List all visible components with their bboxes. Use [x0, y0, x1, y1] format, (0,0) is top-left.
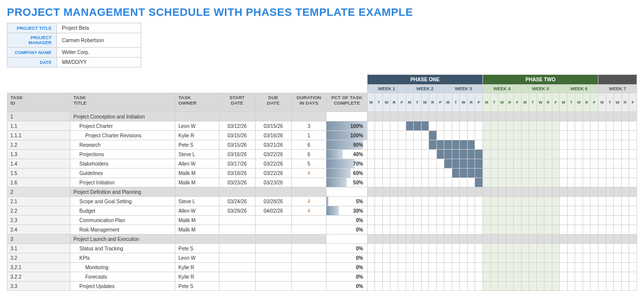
cell-due[interactable]: 03/21/26 — [255, 140, 291, 150]
meta-value-project-title[interactable]: Project Beta — [57, 23, 141, 33]
cell-task-title[interactable]: Stakeholders — [70, 159, 175, 169]
cell-owner[interactable]: Malik M — [175, 216, 219, 225]
cell-start[interactable]: 03/15/26 — [219, 140, 255, 150]
cell-task-title[interactable]: Budget — [70, 206, 175, 216]
cell-due[interactable] — [255, 282, 291, 291]
cell-due[interactable] — [255, 253, 291, 263]
cell-task-id[interactable]: 1.1.1 — [7, 131, 70, 140]
cell-due[interactable]: 03/22/26 — [255, 150, 291, 159]
cell-dur[interactable]: 3 — [291, 121, 326, 131]
cell-dur[interactable] — [291, 253, 326, 263]
cell-owner[interactable]: Pete S — [175, 140, 219, 150]
cell-due[interactable] — [255, 244, 291, 253]
cell-task-id[interactable]: 1.5 — [7, 169, 70, 178]
cell-due[interactable] — [255, 272, 291, 282]
cell-pct[interactable]: 0% — [326, 244, 368, 253]
task-row[interactable]: 3.1Status and TrackingPete S0% — [7, 244, 637, 253]
cell-task-id[interactable]: 2 — [7, 187, 70, 197]
cell-pct[interactable]: 100% — [326, 121, 368, 131]
cell-pct[interactable]: 0% — [326, 263, 368, 272]
section-row[interactable]: 1Project Conception and Initiation — [7, 112, 637, 121]
cell-start[interactable]: 03/24/26 — [219, 197, 255, 206]
cell-dur[interactable]: 4 — [291, 197, 326, 206]
cell-owner[interactable]: Malik M — [175, 178, 219, 187]
cell-start[interactable] — [219, 244, 255, 253]
task-row[interactable]: 2.1Scope and Goal SettingSteve L03/24/26… — [7, 197, 637, 206]
cell-due[interactable] — [255, 112, 291, 121]
cell-due[interactable]: 03/22/26 — [255, 159, 291, 169]
cell-task-id[interactable]: 3.2 — [7, 253, 70, 263]
cell-task-title[interactable]: Status and Tracking — [70, 244, 175, 253]
cell-pct[interactable] — [326, 187, 368, 197]
cell-owner[interactable]: Kylie R — [175, 263, 219, 272]
cell-pct[interactable]: 0% — [326, 225, 368, 234]
cell-dur[interactable]: 6 — [291, 140, 326, 150]
cell-start[interactable] — [219, 225, 255, 234]
cell-start[interactable] — [219, 282, 255, 291]
cell-start[interactable]: 03/23/26 — [219, 178, 255, 187]
cell-task-title[interactable]: Project Updates — [70, 282, 175, 291]
meta-value-date[interactable]: MM/DD/YY — [57, 58, 141, 67]
task-row[interactable]: 2.3Communication PlanMalik M0% — [7, 216, 637, 225]
task-row[interactable]: 1.2ResearchPete S03/15/2603/21/26690% — [7, 140, 637, 150]
cell-dur[interactable]: 4 — [291, 169, 326, 178]
cell-dur[interactable] — [291, 225, 326, 234]
cell-task-title[interactable]: KPIs — [70, 253, 175, 263]
cell-task-id[interactable]: 1.6 — [7, 178, 70, 187]
cell-pct[interactable]: 100% — [326, 131, 368, 140]
cell-pct[interactable]: 90% — [326, 140, 368, 150]
cell-dur[interactable] — [291, 282, 326, 291]
cell-start[interactable] — [219, 253, 255, 263]
cell-task-id[interactable]: 1.1 — [7, 121, 70, 131]
cell-due[interactable]: 03/22/26 — [255, 169, 291, 178]
cell-task-title[interactable]: Guidelines — [70, 169, 175, 178]
cell-start[interactable] — [219, 234, 255, 244]
cell-pct[interactable]: 0% — [326, 253, 368, 263]
cell-pct[interactable]: 30% — [326, 206, 368, 216]
cell-dur[interactable]: 6 — [291, 150, 326, 159]
cell-task-title[interactable]: Project Launch and Execution — [70, 234, 175, 244]
task-row[interactable]: 1.4StakeholdersAllen W03/17/2603/22/2657… — [7, 159, 637, 169]
cell-task-id[interactable]: 2.1 — [7, 197, 70, 206]
cell-pct[interactable]: 0% — [326, 282, 368, 291]
section-row[interactable]: 3Project Launch and Execution — [7, 234, 637, 244]
meta-value-project-manager[interactable]: Carmen Robertson — [57, 33, 141, 48]
cell-task-id[interactable]: 1.3 — [7, 150, 70, 159]
task-row[interactable]: 3.2.2ForecastsKylie R0% — [7, 272, 637, 282]
cell-owner[interactable]: Malik M — [175, 225, 219, 234]
meta-value-company-name[interactable]: Weller Corp. — [57, 48, 141, 58]
cell-owner[interactable]: Pete S — [175, 244, 219, 253]
cell-owner[interactable]: Leon W — [175, 253, 219, 263]
section-row[interactable]: 2Project Definition and Planning — [7, 187, 637, 197]
cell-due[interactable] — [255, 187, 291, 197]
cell-start[interactable]: 03/16/26 — [219, 150, 255, 159]
cell-task-title[interactable]: Project Conception and Initiation — [70, 112, 175, 121]
cell-dur[interactable] — [291, 244, 326, 253]
cell-task-title[interactable]: Monitoring — [70, 263, 175, 272]
cell-start[interactable]: 03/12/26 — [219, 121, 255, 131]
cell-due[interactable] — [255, 263, 291, 272]
task-row[interactable]: 3.3Project UpdatesPete S0% — [7, 282, 637, 291]
cell-due[interactable]: 03/28/26 — [255, 197, 291, 206]
cell-pct[interactable]: 50% — [326, 178, 368, 187]
cell-pct[interactable]: 60% — [326, 169, 368, 178]
cell-task-title[interactable]: Communication Plan — [70, 216, 175, 225]
cell-task-id[interactable]: 1.2 — [7, 140, 70, 150]
cell-start[interactable] — [219, 216, 255, 225]
cell-task-id[interactable]: 2.2 — [7, 206, 70, 216]
cell-owner[interactable]: Leon W — [175, 121, 219, 131]
cell-dur[interactable] — [291, 112, 326, 121]
cell-task-id[interactable]: 3.1 — [7, 244, 70, 253]
cell-dur[interactable]: 5 — [291, 159, 326, 169]
task-row[interactable]: 1.6Project InitiationMalik M03/23/2603/2… — [7, 178, 637, 187]
task-row[interactable]: 3.2KPIsLeon W0% — [7, 253, 637, 263]
cell-owner[interactable]: Kylie R — [175, 131, 219, 140]
cell-task-id[interactable]: 3.2.1 — [7, 263, 70, 272]
cell-task-id[interactable]: 3.2.2 — [7, 272, 70, 282]
task-row[interactable]: 1.1Project CharterLeon W03/12/2603/15/26… — [7, 121, 637, 131]
cell-task-title[interactable]: Project Charter — [70, 121, 175, 131]
task-row[interactable]: 3.2.1MonitoringKylie R0% — [7, 263, 637, 272]
cell-task-id[interactable]: 2.3 — [7, 216, 70, 225]
task-row[interactable]: 1.5GuidelinesMalik M03/18/2603/22/26460% — [7, 169, 637, 178]
cell-due[interactable] — [255, 216, 291, 225]
